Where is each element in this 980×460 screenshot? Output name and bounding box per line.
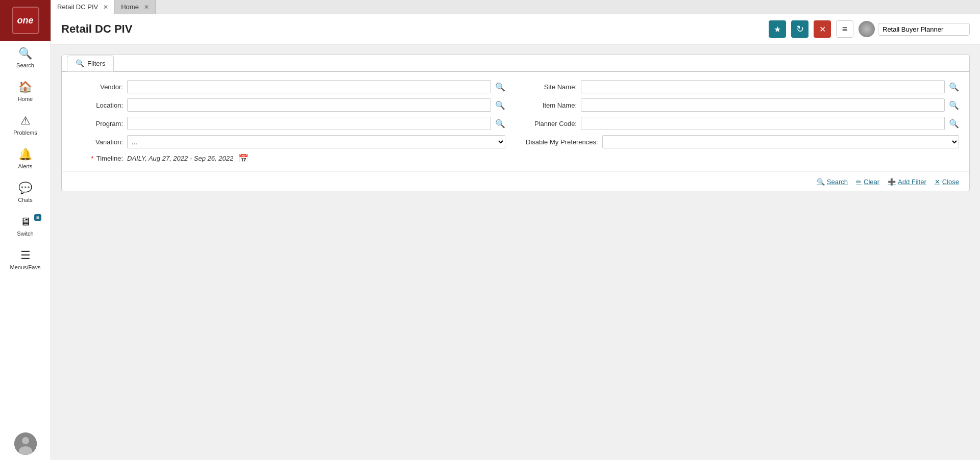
search-button[interactable]: 🔍 Search	[817, 178, 848, 186]
sidebar-item-label: Chats	[18, 197, 33, 203]
search-icon: 🔍	[18, 47, 32, 60]
site-name-label: Site Name:	[526, 83, 577, 91]
filter-row-vendor: Vendor: 🔍	[72, 80, 505, 93]
page-title: Retail DC PIV	[61, 22, 764, 36]
close-filters-icon: ✕	[935, 178, 940, 186]
menu-button[interactable]: ≡	[836, 20, 853, 38]
program-input[interactable]	[127, 117, 491, 130]
site-name-input[interactable]	[581, 80, 945, 93]
svg-point-1	[22, 437, 29, 444]
filter-row-site-name: Site Name: 🔍	[526, 80, 959, 93]
role-dropdown[interactable]: Retail Buyer Planner	[878, 23, 970, 36]
main-content: Retail DC PIV ✕ Home ✕ Retail DC PIV ★ ↻…	[51, 0, 980, 460]
close-filters-button[interactable]: ✕ Close	[935, 178, 959, 186]
add-filter-button[interactable]: ➕ Add Filter	[888, 178, 926, 186]
sidebar: one 🔍 Search 🏠 Home ⚠ Problems 🔔 Alerts …	[0, 0, 51, 460]
sidebar-item-home[interactable]: 🏠 Home	[0, 74, 51, 108]
program-search-button[interactable]: 🔍	[495, 119, 505, 129]
vendor-search-button[interactable]: 🔍	[495, 82, 505, 92]
vendor-label: Vendor:	[72, 83, 123, 91]
timeline-label: * Timeline:	[72, 155, 123, 162]
variation-select[interactable]: ...Option 1Option 2	[127, 135, 505, 148]
location-label: Location:	[72, 101, 123, 109]
filter-row-item-name: Item Name: 🔍	[526, 98, 959, 112]
close-icon: ✕	[819, 24, 826, 34]
filters-tab-label: Filters	[87, 60, 105, 67]
sidebar-item-alerts[interactable]: 🔔 Alerts	[0, 142, 51, 175]
refresh-button[interactable]: ↻	[791, 20, 808, 38]
planner-code-search-button[interactable]: 🔍	[949, 119, 959, 129]
filters-actions: 🔍 Search ✏ Clear ➕ Add Filter ✕ Close	[62, 171, 969, 191]
chat-icon: 💬	[18, 182, 32, 195]
hamburger-icon: ≡	[842, 24, 848, 35]
sidebar-item-problems[interactable]: ⚠ Problems	[0, 108, 51, 142]
user-avatar[interactable]	[14, 432, 37, 455]
filter-row-planner-code: Planner Code: 🔍	[526, 117, 959, 130]
item-name-input[interactable]	[581, 98, 945, 112]
content-area: 🔍 Filters Vendor: 🔍 Location:	[51, 44, 980, 460]
tab-close-retail-dc-piv[interactable]: ✕	[103, 4, 108, 11]
menu-icon: ☰	[20, 249, 31, 262]
home-icon: 🏠	[18, 81, 32, 94]
sidebar-item-label: Home	[18, 96, 33, 102]
vendor-input[interactable]	[127, 80, 491, 93]
favorite-button[interactable]: ★	[769, 20, 786, 38]
tab-label: Home	[121, 3, 139, 11]
program-label: Program:	[72, 120, 123, 127]
sidebar-item-switch[interactable]: ≡ 🖥 Switch	[0, 209, 51, 243]
close-page-button[interactable]: ✕	[814, 20, 831, 38]
filters-panel: 🔍 Filters Vendor: 🔍 Location:	[61, 55, 970, 191]
location-search-button[interactable]: 🔍	[495, 100, 505, 110]
item-name-search-button[interactable]: 🔍	[949, 100, 959, 110]
disable-prefs-label: Disable My Preferences:	[526, 138, 598, 146]
filter-col-left: Vendor: 🔍 Location: 🔍 Program:	[72, 80, 505, 148]
sidebar-item-search[interactable]: 🔍 Search	[0, 41, 51, 74]
star-icon: ★	[774, 24, 781, 34]
add-icon: ➕	[888, 178, 896, 186]
tab-retail-dc-piv[interactable]: Retail DC PIV ✕	[51, 0, 115, 14]
filter-icon: 🔍	[76, 59, 84, 67]
logo-box: one	[12, 7, 39, 34]
timeline-row: * Timeline: DAILY, Aug 27, 2022 - Sep 26…	[72, 154, 959, 163]
timeline-value: DAILY, Aug 27, 2022 - Sep 26, 2022	[127, 155, 233, 162]
app-logo[interactable]: one	[0, 0, 51, 41]
refresh-icon: ↻	[796, 23, 804, 35]
tab-label: Retail DC PIV	[57, 3, 98, 11]
disable-prefs-select[interactable]: Yes No	[602, 135, 959, 148]
sidebar-bottom	[0, 432, 51, 460]
sidebar-item-chats[interactable]: 💬 Chats	[0, 175, 51, 209]
sidebar-item-label: Alerts	[18, 163, 32, 169]
variation-label: Variation:	[72, 138, 123, 146]
site-name-search-button[interactable]: 🔍	[949, 82, 959, 92]
filter-grid: Vendor: 🔍 Location: 🔍 Program:	[72, 80, 959, 148]
warning-icon: ⚠	[20, 114, 31, 127]
filter-row-variation: Variation: ...Option 1Option 2	[72, 135, 505, 148]
calendar-button[interactable]: 📅	[238, 154, 249, 163]
planner-code-label: Planner Code:	[526, 120, 577, 127]
filter-row-disable-prefs: Disable My Preferences: Yes No	[526, 135, 959, 148]
clear-button[interactable]: ✏ Clear	[856, 178, 879, 186]
filter-col-right: Site Name: 🔍 Item Name: 🔍 Planner Code:	[526, 80, 959, 148]
search-action-icon: 🔍	[817, 178, 825, 186]
page-header: Retail DC PIV ★ ↻ ✕ ≡ Retail Buyer Plann…	[51, 14, 980, 44]
tab-bar: Retail DC PIV ✕ Home ✕	[51, 0, 980, 14]
item-name-label: Item Name:	[526, 101, 577, 109]
tab-home[interactable]: Home ✕	[115, 0, 156, 14]
sidebar-item-label: Switch	[17, 231, 33, 237]
filters-body: Vendor: 🔍 Location: 🔍 Program:	[62, 71, 969, 171]
role-selector: Retail Buyer Planner	[859, 21, 970, 37]
switch-badge: ≡	[34, 214, 41, 221]
clear-icon: ✏	[856, 178, 862, 186]
tab-close-home[interactable]: ✕	[144, 4, 149, 11]
sidebar-item-menus-favs[interactable]: ☰ Menus/Favs	[0, 243, 51, 276]
sidebar-item-label: Search	[16, 62, 34, 68]
location-input[interactable]	[127, 98, 491, 112]
timeline-required-indicator: *	[91, 155, 93, 162]
role-avatar	[859, 21, 875, 37]
planner-code-input[interactable]	[581, 117, 945, 130]
filters-tab[interactable]: 🔍 Filters	[67, 56, 114, 71]
sidebar-item-label: Problems	[13, 130, 37, 136]
filter-row-program: Program: 🔍	[72, 117, 505, 130]
bell-icon: 🔔	[18, 148, 32, 161]
filter-row-location: Location: 🔍	[72, 98, 505, 112]
